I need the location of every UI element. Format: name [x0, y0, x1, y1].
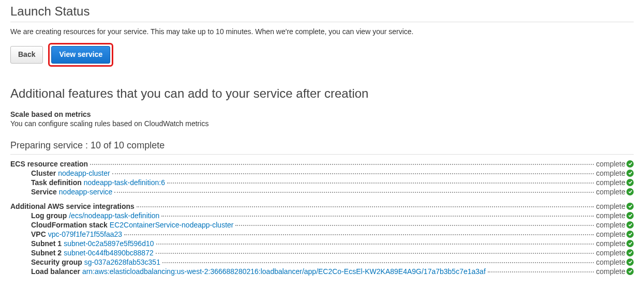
status-item-link[interactable]: subnet-0c2a5897e5f596d10 — [64, 239, 154, 248]
check-icon — [626, 188, 634, 195]
status-dots — [114, 192, 594, 193]
status-dots — [156, 244, 594, 245]
status-result: complete — [596, 202, 634, 210]
status-result-text: complete — [596, 160, 625, 168]
back-button[interactable]: Back — [10, 46, 43, 64]
status-item-label: Load balancer — [31, 267, 80, 276]
status-result-text: complete — [596, 221, 625, 229]
status-result: complete — [596, 188, 634, 196]
status-item-link[interactable]: EC2ContainerService-nodeapp-cluster — [110, 221, 234, 229]
status-result-text: complete — [596, 202, 625, 210]
status-dots — [137, 206, 594, 207]
status-item-link[interactable]: vpc-079f1fe71f55faa23 — [48, 230, 122, 238]
status-dots — [488, 271, 594, 272]
check-icon — [626, 259, 634, 266]
status-result-text: complete — [596, 211, 625, 220]
status-item: Load balancerarn:aws:elasticloadbalancin… — [10, 267, 634, 276]
progress-list: ECS resource creationcompleteClusternode… — [10, 160, 634, 276]
status-item-link[interactable]: arn:aws:elasticloadbalancing:us-west-2:3… — [82, 267, 486, 276]
status-item: VPCvpc-079f1fe71f55faa23complete — [10, 230, 634, 238]
check-icon — [626, 179, 634, 186]
status-dots — [90, 164, 594, 165]
status-dots — [112, 173, 594, 174]
status-dots — [124, 234, 594, 235]
status-result-text: complete — [596, 169, 625, 177]
status-result: complete — [596, 160, 634, 168]
status-dots — [167, 183, 594, 184]
check-icon — [626, 221, 634, 229]
status-item-label: Task definition — [31, 178, 82, 187]
status-result: complete — [596, 258, 634, 266]
status-item-label: Cluster — [31, 169, 56, 177]
status-result-text: complete — [596, 188, 625, 196]
status-result: complete — [596, 239, 634, 248]
status-item: Subnet 1subnet-0c2a5897e5f596d10complete — [10, 239, 634, 248]
status-result-text: complete — [596, 249, 625, 257]
status-item-label: Subnet 1 — [31, 239, 62, 248]
status-result: complete — [596, 230, 634, 238]
status-item-link[interactable]: /ecs/nodeapp-task-definition — [69, 211, 159, 220]
status-item-label: Security group — [31, 258, 82, 266]
status-item: Task definitionnodeapp-task-definition:6… — [10, 178, 634, 187]
status-item-link[interactable]: nodeapp-service — [59, 188, 113, 196]
status-result-text: complete — [596, 230, 625, 238]
status-item-label: Subnet 2 — [31, 249, 62, 257]
check-icon — [626, 268, 634, 275]
status-dots — [161, 216, 594, 217]
status-item: Servicenodeapp-servicecomplete — [10, 188, 634, 196]
status-item-link[interactable]: nodeapp-task-definition:6 — [84, 178, 165, 187]
check-icon — [626, 212, 634, 219]
status-result: complete — [596, 178, 634, 187]
status-item-label: Service — [31, 188, 57, 196]
check-icon — [626, 170, 634, 177]
view-service-button[interactable]: View service — [51, 46, 110, 64]
progress-heading: Preparing service : 10 of 10 complete — [10, 140, 634, 155]
feature-scale-metrics: Scale based on metrics You can configure… — [10, 110, 634, 128]
status-item-link[interactable]: subnet-0c44fb4890bc88872 — [64, 249, 154, 257]
page-title: Launch Status — [10, 4, 634, 22]
additional-features-heading: Additional features that you can add to … — [10, 86, 634, 104]
check-icon — [626, 203, 634, 210]
status-dots — [235, 225, 594, 226]
status-item: Log group/ecs/nodeapp-task-definitioncom… — [10, 211, 634, 220]
check-icon — [626, 249, 634, 256]
status-result: complete — [596, 267, 634, 276]
status-result: complete — [596, 211, 634, 220]
status-item-label: Log group — [31, 211, 67, 220]
feature-desc: You can configure scaling rules based on… — [10, 119, 634, 128]
status-item-link[interactable]: nodeapp-cluster — [58, 169, 110, 177]
check-icon — [626, 160, 634, 168]
status-item: Security groupsg-037a2628fab53c351comple… — [10, 258, 634, 266]
status-result: complete — [596, 169, 634, 177]
check-icon — [626, 231, 634, 238]
status-result-text: complete — [596, 178, 625, 187]
status-result-text: complete — [596, 239, 625, 248]
status-dots — [162, 262, 594, 263]
status-group-title: Additional AWS service integrations — [10, 202, 134, 210]
check-icon — [626, 240, 634, 247]
status-group-title: ECS resource creation — [10, 160, 88, 168]
status-item: CloudFormation stackEC2ContainerService-… — [10, 221, 634, 229]
page-description: We are creating resources for your servi… — [10, 27, 634, 36]
view-service-highlight: View service — [48, 43, 113, 67]
status-item-label: VPC — [31, 230, 46, 238]
status-item: Clusternodeapp-clustercomplete — [10, 169, 634, 177]
status-group-header: ECS resource creationcomplete — [10, 160, 634, 168]
status-item-link[interactable]: sg-037a2628fab53c351 — [84, 258, 160, 266]
status-item: Subnet 2subnet-0c44fb4890bc88872complete — [10, 249, 634, 257]
status-item-label: CloudFormation stack — [31, 221, 108, 229]
feature-title: Scale based on metrics — [10, 110, 634, 118]
status-result: complete — [596, 249, 634, 257]
status-result: complete — [596, 221, 634, 229]
status-group-header: Additional AWS service integrationscompl… — [10, 202, 634, 210]
action-button-row: Back View service — [10, 43, 634, 67]
status-result-text: complete — [596, 258, 625, 266]
status-result-text: complete — [596, 267, 625, 276]
status-dots — [156, 253, 594, 254]
